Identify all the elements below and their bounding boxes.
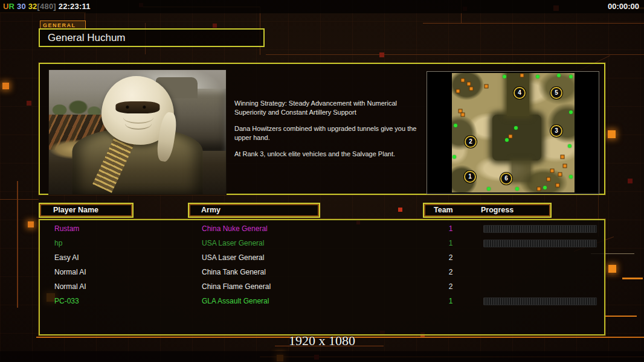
header-team-progress: Team Progress <box>423 203 552 218</box>
loading-screen: UR 30 32[480] 22:23:11 00:00:00 GENERAL … <box>0 0 644 362</box>
general-name: General Huchum <box>48 32 126 44</box>
header-army-label: Army <box>201 206 221 214</box>
map-bush-dot <box>569 75 573 78</box>
player-army: China Flame General <box>202 282 271 291</box>
map-building-dot <box>468 82 471 85</box>
players-panel: RustamChina Nuke General1hpUSA Laser Gen… <box>39 219 605 335</box>
player-name: Easy AI <box>54 253 79 262</box>
header-progress-label: Progress <box>481 206 514 214</box>
table-row: hpUSA Laser General1 <box>40 237 604 251</box>
map-bush-dot <box>503 75 506 78</box>
bottom-overlay-bar <box>0 351 644 362</box>
map-building-dot <box>563 165 566 168</box>
strategy-paragraph: At Rank 3, unlock elite vehicles and the… <box>234 150 424 159</box>
table-row: Normal AIChina Flame General2 <box>40 280 604 294</box>
header-player-name: Player Name <box>39 203 134 218</box>
stats-token: 32 <box>26 2 37 11</box>
map-bush-dot <box>505 138 509 142</box>
map-building-dot <box>538 188 541 191</box>
map-building-dot <box>459 110 462 113</box>
minimap: 123456 <box>452 73 575 192</box>
table-row: RustamChina Nuke General1 <box>40 222 604 237</box>
stats-token: 30 <box>14 2 26 11</box>
header-army: Army <box>188 203 320 218</box>
player-name: hp <box>54 239 62 247</box>
map-bush-dot <box>452 155 456 159</box>
map-start-marker: 4 <box>514 87 526 99</box>
map-building-dot <box>547 178 550 181</box>
map-start-marker: 5 <box>550 87 562 99</box>
map-bush-dot <box>568 144 572 148</box>
map-building-dot <box>457 89 460 92</box>
map-building-dot <box>462 78 465 81</box>
player-team: 2 <box>445 268 457 276</box>
player-team: 1 <box>445 224 457 233</box>
player-rows: RustamChina Nuke General1hpUSA Laser Gen… <box>40 222 604 309</box>
player-team: 2 <box>445 253 457 262</box>
map-building-dot <box>509 135 512 138</box>
match-timer: 00:00:00 <box>608 2 639 11</box>
map-building-dot <box>520 74 523 77</box>
player-name: PC-033 <box>54 297 79 305</box>
player-army: USA Laser General <box>202 239 264 247</box>
player-team: 1 <box>445 297 457 305</box>
map-bush-dot <box>536 75 539 78</box>
stats-token: R <box>9 2 15 11</box>
map-bush-dot <box>514 126 518 130</box>
map-bush-dot <box>569 110 573 114</box>
player-army: China Tank General <box>202 268 266 276</box>
table-row: PC-033GLA Assault General1 <box>40 294 604 309</box>
general-tab: GENERAL <box>40 21 86 29</box>
forest-art <box>492 115 541 160</box>
player-team: 2 <box>445 282 457 291</box>
header-team-label: Team <box>434 206 453 214</box>
map-building-dot <box>551 170 554 173</box>
general-tab-label: GENERAL <box>43 22 76 28</box>
wrap-line-art <box>125 117 152 130</box>
top-overlay-bar: UR 30 32[480] 22:23:11 00:00:00 <box>0 0 644 13</box>
stats-token: [480] <box>37 2 56 11</box>
general-portrait-image <box>48 69 227 195</box>
map-bush-dot <box>543 186 547 189</box>
table-row: Easy AIUSA Laser General2 <box>40 251 604 265</box>
map-bush-dot <box>569 175 573 179</box>
map-bush-dot <box>515 187 519 191</box>
map-bush-dot <box>487 187 491 191</box>
map-start-marker: 3 <box>550 125 562 137</box>
header-player-name-label: Player Name <box>53 206 98 214</box>
map-start-marker: 6 <box>500 173 512 185</box>
map-building-dot <box>556 184 559 187</box>
gentool-stats: UR 30 32[480] 22:23:11 <box>3 2 91 11</box>
player-name: Normal AI <box>54 282 86 291</box>
player-army: USA Laser General <box>202 253 264 262</box>
map-building-dot <box>462 113 465 116</box>
strategy-text: Winning Strategy: Steady Advancement wit… <box>234 99 424 167</box>
player-name: Normal AI <box>54 268 86 276</box>
table-row: Normal AIChina Tank General2 <box>40 265 604 280</box>
forest-art <box>512 160 530 182</box>
map-building-dot <box>470 87 473 90</box>
map-bush-dot <box>454 124 457 127</box>
map-building-dot <box>561 155 564 158</box>
map-bush-dot <box>557 74 561 77</box>
map-start-marker: 2 <box>465 136 477 148</box>
progress-bar <box>483 240 597 247</box>
player-army: GLA Assault General <box>202 297 269 305</box>
map-building-dot <box>485 84 488 87</box>
player-name: Rustam <box>54 224 79 233</box>
progress-bar <box>483 297 597 305</box>
player-team: 1 <box>445 239 457 247</box>
minimap-panel: 123456 <box>427 71 599 194</box>
map-start-marker: 1 <box>464 171 476 183</box>
stats-token: 22:23:11 <box>56 2 91 11</box>
stats-token: U <box>3 2 9 11</box>
general-title-box: General Huchum <box>39 28 265 47</box>
player-army: China Nuke General <box>202 224 268 233</box>
resolution-text: 1920 x 1080 <box>0 333 644 349</box>
progress-bar <box>483 225 597 233</box>
strategy-paragraph: Dana Howitzers combined with upgraded tu… <box>234 124 424 142</box>
general-info-panel: Winning Strategy: Steady Advancement wit… <box>39 63 605 195</box>
strategy-paragraph: Winning Strategy: Steady Advancement wit… <box>234 99 424 116</box>
map-building-dot <box>558 173 561 176</box>
